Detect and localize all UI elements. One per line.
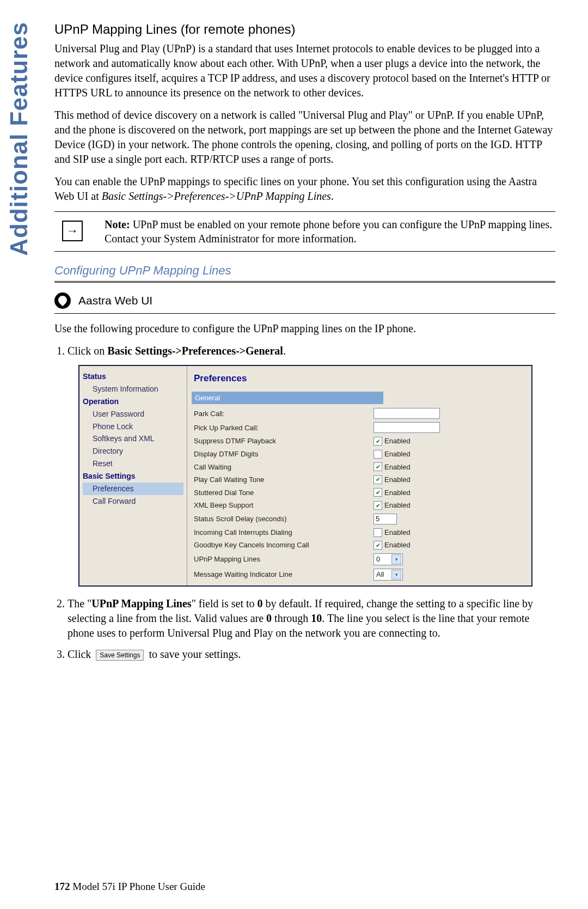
- s2c: " field is set to: [192, 597, 258, 609]
- lbl-call-waiting: Call Waiting: [192, 462, 373, 472]
- chk-display-dtmf[interactable]: [373, 450, 382, 459]
- lbl-upnp-lines: UPnP Mapping Lines: [192, 554, 373, 564]
- sb-user-password[interactable]: User Password: [83, 408, 183, 420]
- save-settings-button[interactable]: Save Settings: [96, 650, 144, 661]
- para-4: Use the following procedure to configure…: [54, 321, 555, 336]
- chk-play-cw-tone[interactable]: ✔: [373, 475, 382, 484]
- heading-upnp-mapping: UPnP Mapping Lines (for remote phones): [54, 22, 555, 37]
- chk-stuttered[interactable]: ✔: [373, 488, 382, 497]
- double-rule: [54, 281, 555, 283]
- chk-incoming-interrupts[interactable]: [373, 528, 382, 537]
- note-block: → Note: UPnP must be enabled on your rem…: [54, 211, 555, 252]
- lbl-park-call: Park Call:: [192, 409, 373, 419]
- s2d: 0: [258, 597, 263, 609]
- sb-basic-settings[interactable]: Basic Settings: [83, 470, 183, 483]
- step1-b: Basic Settings->Preferences->General: [107, 345, 283, 357]
- webui-label: Aastra Web UI: [78, 294, 152, 307]
- sb-reset[interactable]: Reset: [83, 457, 183, 470]
- chk-xml-beep[interactable]: ✔: [373, 501, 382, 510]
- ss-title: Preferences: [192, 369, 527, 392]
- select-mwi-line[interactable]: All▾: [373, 569, 403, 581]
- lbl-xml-beep: XML Beep Support: [192, 501, 373, 510]
- sb-status[interactable]: Status: [83, 370, 183, 383]
- select-upnp-lines[interactable]: 0▾: [373, 553, 403, 565]
- para-3b: Basic Settings->Preferences->UPnP Mappin…: [102, 190, 331, 202]
- s3c: to save your settings.: [146, 648, 241, 660]
- en-r4: Enabled: [384, 449, 411, 459]
- lbl-stuttered: Stuttered Dial Tone: [192, 488, 373, 498]
- en-r11: Enabled: [384, 540, 411, 550]
- webui-row: Aastra Web UI: [54, 288, 555, 314]
- lbl-play-cw-tone: Play Call Waiting Tone: [192, 475, 373, 485]
- en-r7: Enabled: [384, 488, 411, 498]
- globe-icon: [54, 292, 71, 309]
- lbl-pickup-call: Pick Up Parked Call:: [192, 423, 373, 433]
- sb-phone-lock[interactable]: Phone Lock: [83, 420, 183, 433]
- s2f: 0: [266, 612, 272, 624]
- note-label: Note:: [105, 218, 130, 230]
- chk-suppress-dtmf[interactable]: ✔: [373, 437, 382, 446]
- ss-sidebar: Status System Information Operation User…: [79, 366, 187, 585]
- footer-title: Model 57i IP Phone User Guide: [70, 881, 205, 892]
- chk-call-waiting[interactable]: ✔: [373, 462, 382, 471]
- en-r5: Enabled: [384, 462, 411, 472]
- sb-preferences[interactable]: Preferences: [83, 483, 183, 495]
- ss-section-general: General: [192, 392, 383, 405]
- sb-system-info[interactable]: System Information: [83, 383, 183, 395]
- en-r6: Enabled: [384, 475, 411, 485]
- step-1: Click on Basic Settings->Preferences->Ge…: [68, 344, 555, 587]
- chevron-down-icon: ▾: [391, 570, 401, 579]
- lbl-scroll-delay: Status Scroll Delay (seconds): [192, 514, 373, 524]
- en-r3: Enabled: [384, 436, 411, 446]
- s3a: Click: [68, 648, 94, 660]
- step-3: Click Save Settings to save your setting…: [68, 647, 555, 662]
- page-number: 172: [54, 881, 70, 892]
- s2b: UPnP Mapping Lines: [91, 597, 191, 609]
- lbl-mwi-line: Message Waiting Indicator Line: [192, 570, 373, 579]
- side-tab: Additional Features: [5, 22, 33, 256]
- note-text: Note: UPnP must be enabled on your remot…: [105, 217, 555, 246]
- para-3: You can enable the UPnP mappings to spec…: [54, 174, 555, 204]
- step1-c: .: [283, 345, 286, 357]
- lbl-suppress-dtmf: Suppress DTMF Playback: [192, 436, 373, 446]
- para-1: Universal Plug and Play (UPnP) is a stan…: [54, 41, 555, 100]
- lbl-goodbye-cancels: Goodbye Key Cancels Incoming Call: [192, 540, 373, 550]
- select-mwi-value: All: [376, 570, 389, 579]
- s2h: 10: [311, 612, 322, 624]
- note-body: UPnP must be enabled on your remote phon…: [105, 218, 552, 245]
- sb-directory[interactable]: Directory: [83, 445, 183, 457]
- chevron-down-icon: ▾: [391, 554, 401, 564]
- step1-a: Click on: [68, 345, 107, 357]
- preferences-screenshot: Status System Information Operation User…: [78, 365, 532, 587]
- para-3c: .: [331, 190, 334, 202]
- sb-operation[interactable]: Operation: [83, 395, 183, 408]
- select-upnp-value: 0: [376, 554, 389, 564]
- lbl-display-dtmf: Display DTMF Digits: [192, 449, 373, 459]
- step-2: The "UPnP Mapping Lines" field is set to…: [68, 596, 555, 640]
- heading-configuring: Configuring UPnP Mapping Lines: [54, 264, 555, 278]
- s2g: through: [272, 612, 311, 624]
- sb-softkeys-xml[interactable]: Softkeys and XML: [83, 432, 183, 445]
- lbl-incoming-interrupts: Incoming Call Interrupts Dialing: [192, 528, 373, 538]
- arrow-right-icon: →: [62, 221, 83, 241]
- input-park-call[interactable]: [373, 408, 440, 419]
- en-r8: Enabled: [384, 501, 411, 510]
- page-footer: 172 Model 57i IP Phone User Guide: [54, 881, 205, 893]
- sb-call-forward[interactable]: Call Forward: [83, 495, 183, 508]
- input-scroll-delay[interactable]: 5: [373, 514, 397, 524]
- s2a: The ": [68, 597, 91, 609]
- para-2: This method of device discovery on a net…: [54, 108, 555, 167]
- chk-goodbye-cancels[interactable]: ✔: [373, 541, 382, 550]
- ss-main: Preferences General Park Call: Pick Up P…: [187, 366, 531, 585]
- en-r10: Enabled: [384, 528, 411, 538]
- input-pickup-call[interactable]: [373, 422, 440, 433]
